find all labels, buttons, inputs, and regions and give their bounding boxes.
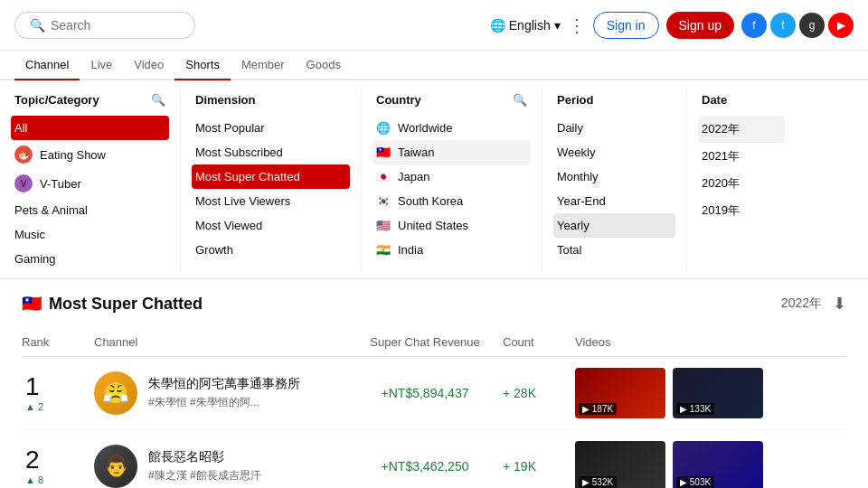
- topic-vtuber-label: V-Tuber: [40, 177, 81, 191]
- date-2019[interactable]: 2019年: [698, 197, 785, 224]
- country-search-icon[interactable]: 🔍: [513, 93, 527, 107]
- period-monthly[interactable]: Monthly: [553, 164, 675, 189]
- channel-name-1[interactable]: 朱學恒的阿宅萬事通事務所: [148, 376, 300, 392]
- section-header: 🇹🇼 Most Super Chatted 2022年 ⬇: [22, 294, 846, 314]
- col-videos: Videos: [575, 335, 846, 349]
- topic-gaming-label: Gaming: [14, 252, 56, 266]
- rank-cell-1: 1 ▲ 2: [22, 374, 94, 412]
- period-year-end[interactable]: Year-End: [553, 189, 675, 213]
- dim-most-subscribed-label: Most Subscribed: [195, 145, 283, 159]
- date-2022-label: 2022年: [702, 121, 740, 137]
- video-thumb-1a[interactable]: ▶ 187K: [575, 368, 665, 418]
- twitter-icon[interactable]: t: [770, 13, 796, 38]
- dim-most-live[interactable]: Most Live Viewers: [192, 189, 350, 213]
- rank-change-2: ▲ 8: [25, 474, 43, 485]
- rank-number-1: 1: [25, 374, 40, 399]
- revenue-cell-1: +NT$5,894,437: [347, 386, 503, 400]
- channel-cell-2: 👨 館長惡名昭彰 #陳之漢 #館長成吉思汗: [94, 445, 347, 488]
- country-japan[interactable]: 🇯🇵 Japan: [373, 164, 531, 189]
- tab-goods[interactable]: Goods: [296, 51, 352, 80]
- video-thumb-2b[interactable]: ▶ 503K: [673, 441, 763, 488]
- date-2022[interactable]: 2022年: [698, 116, 785, 143]
- tab-video[interactable]: Video: [123, 51, 175, 80]
- date-2020-label: 2020年: [702, 175, 740, 192]
- country-taiwan[interactable]: 🇹🇼 Taiwan: [373, 140, 531, 164]
- youtube-icon[interactable]: ▶: [828, 13, 854, 38]
- download-button[interactable]: ⬇: [833, 294, 846, 314]
- more-options-icon[interactable]: ⋮: [568, 14, 586, 36]
- section-title: 🇹🇼 Most Super Chatted: [22, 294, 203, 314]
- dim-most-viewed[interactable]: Most Viewed: [192, 213, 350, 238]
- tab-live[interactable]: Live: [80, 51, 123, 80]
- channel-tags-1: #朱學恒 #朱學恒的阿...: [148, 395, 300, 410]
- dim-growth-label: Growth: [195, 243, 233, 257]
- tab-channel[interactable]: Channel: [14, 51, 80, 80]
- topic-pets-label: Pets & Animal: [14, 203, 88, 217]
- dim-growth[interactable]: Growth: [192, 238, 350, 262]
- country-india-label: India: [398, 243, 423, 257]
- channel-name-2[interactable]: 館長惡名昭彰: [148, 449, 261, 465]
- topic-all[interactable]: All: [11, 116, 169, 140]
- channel-avatar-2[interactable]: 👨: [94, 445, 137, 488]
- topic-pets[interactable]: Pets & Animal: [11, 198, 169, 222]
- tab-member[interactable]: Member: [231, 51, 296, 80]
- video-thumb-1b[interactable]: ▶ 133K: [673, 368, 763, 418]
- col-channel: Channel: [94, 335, 347, 349]
- period-yearly[interactable]: Yearly: [553, 213, 675, 238]
- date-label: Date: [702, 93, 727, 107]
- date-header: Date: [698, 88, 785, 112]
- topic-column: Topic/Category 🔍 All 🍜 Eating Show V V-T…: [0, 88, 181, 271]
- video-thumb-2a[interactable]: ▶ 532K: [575, 441, 665, 488]
- period-header: Period: [553, 88, 675, 112]
- facebook-icon[interactable]: f: [741, 13, 767, 38]
- nav-tabs: Channel Live Video Shorts Member Goods: [0, 51, 868, 80]
- dim-most-viewed-label: Most Viewed: [195, 219, 262, 232]
- video-count-2a: ▶ 532K: [579, 476, 617, 488]
- rank-number-2: 2: [25, 447, 40, 473]
- country-taiwan-label: Taiwan: [398, 145, 434, 159]
- country-south-korea-label: South Korea: [398, 194, 463, 208]
- dim-most-super-chatted-label: Most Super Chatted: [195, 170, 300, 183]
- search-input[interactable]: [51, 18, 186, 33]
- github-icon[interactable]: g: [799, 13, 825, 38]
- col-rank: Rank: [22, 335, 94, 349]
- dim-most-popular[interactable]: Most Popular: [192, 116, 350, 140]
- channel-avatar-1[interactable]: 😤: [94, 371, 137, 415]
- country-south-korea[interactable]: 🇰🇷 South Korea: [373, 189, 531, 213]
- chevron-down-icon: ▾: [554, 18, 561, 33]
- main-content: 🇹🇼 Most Super Chatted 2022年 ⬇ Rank Chann…: [0, 279, 868, 488]
- country-india[interactable]: 🇮🇳 India: [373, 238, 531, 262]
- topic-vtuber[interactable]: V V-Tuber: [11, 169, 169, 198]
- period-total-label: Total: [557, 243, 581, 257]
- period-daily[interactable]: Daily: [553, 116, 675, 140]
- tab-shorts[interactable]: Shorts: [175, 51, 231, 80]
- japan-flag-icon: 🇯🇵: [376, 170, 391, 183]
- language-button[interactable]: 🌐 English ▾: [490, 18, 561, 33]
- date-2020[interactable]: 2020年: [698, 170, 785, 197]
- period-weekly[interactable]: Weekly: [553, 140, 675, 164]
- country-worldwide[interactable]: 🌐 Worldwide: [373, 116, 531, 140]
- topic-header: Topic/Category 🔍: [11, 88, 169, 112]
- video-count-2b: ▶ 503K: [676, 476, 714, 488]
- country-us[interactable]: 🇺🇸 United States: [373, 213, 531, 238]
- period-total[interactable]: Total: [553, 238, 675, 262]
- topic-music[interactable]: Music: [11, 222, 169, 247]
- header-right: 🌐 English ▾ ⋮ Sign in Sign up f t g ▶: [490, 12, 854, 39]
- dim-most-super-chatted[interactable]: Most Super Chatted: [192, 164, 350, 189]
- dim-most-subscribed[interactable]: Most Subscribed: [192, 140, 350, 164]
- topic-eating-show[interactable]: 🍜 Eating Show: [11, 140, 169, 169]
- taiwan-flag-icon: 🇹🇼: [376, 145, 391, 159]
- language-label: English: [509, 18, 551, 33]
- india-flag-icon: 🇮🇳: [376, 243, 391, 257]
- period-monthly-label: Monthly: [557, 170, 599, 183]
- header: 🔍 🌐 English ▾ ⋮ Sign in Sign up f t g ▶: [0, 0, 868, 51]
- search-icon: 🔍: [30, 18, 45, 33]
- channel-info-2: 館長惡名昭彰 #陳之漢 #館長成吉思汗: [148, 449, 261, 483]
- search-bar[interactable]: 🔍: [14, 12, 195, 39]
- sign-up-button[interactable]: Sign up: [666, 12, 734, 39]
- date-2021[interactable]: 2021年: [698, 143, 785, 170]
- eating-show-icon: 🍜: [14, 145, 33, 164]
- sign-in-button[interactable]: Sign in: [593, 12, 659, 39]
- topic-search-icon[interactable]: 🔍: [151, 93, 165, 107]
- topic-gaming[interactable]: Gaming: [11, 247, 169, 271]
